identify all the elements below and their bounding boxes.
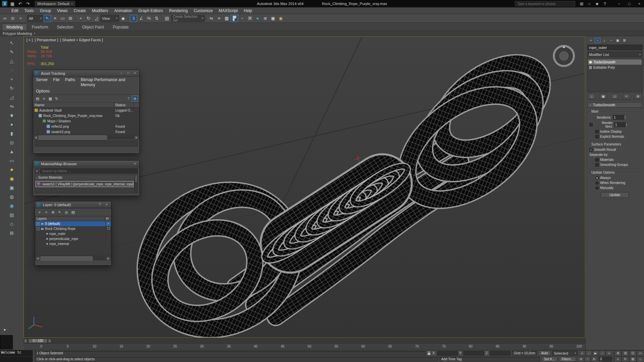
timeline-tick[interactable]: 80 [469,345,473,350]
next-frame-icon[interactable]: › [599,351,605,356]
x-coordinate-field[interactable] [437,351,458,356]
table-row[interactable]: swatch2.png Found [33,129,139,134]
timeline-tick[interactable]: 85 [496,345,499,350]
listener-input[interactable] [0,357,33,362]
maximize-toggle-icon[interactable]: ⊠ [629,356,637,362]
selection-lock-icon[interactable] [427,351,431,356]
table-view-icon[interactable]: ▤ [35,96,41,102]
move-icon[interactable]: + [77,15,85,22]
viewport-general-menu[interactable]: [ + ] [26,38,33,42]
percent-snap-icon[interactable]: % [145,15,153,22]
go-start-icon[interactable]: « [579,351,585,356]
menu-item[interactable]: Options [36,89,50,94]
light-tool-icon[interactable]: ◉ [8,175,16,183]
material-entry-swatch2[interactable]: swatch2 ( VRayMtl ) [perpendicular_rope,… [36,181,133,187]
utilities-tool-icon[interactable]: ⊠ [8,229,16,237]
hide-toggle-icon[interactable] [105,226,111,231]
modifier-stack-item-turbosmooth[interactable]: TurboSmooth [588,59,642,65]
material-browser-titlebar[interactable]: Material/Map Browser × [33,161,139,167]
timeline-tick[interactable]: 10 [93,345,96,350]
undo-icon[interactable]: ↶ [16,0,24,7]
timeline-tick[interactable]: 70 [415,345,419,350]
list-item[interactable]: + 0 (default) ✓ [35,221,111,226]
status-column-header[interactable]: Status [114,103,134,107]
list-item[interactable]: − Rock Climbing Rope [35,226,111,231]
current-layer-check-icon[interactable]: ✓ [105,221,111,226]
scale-tool-icon[interactable]: ◿ [8,93,16,101]
torus-primitive-icon[interactable]: ◎ [8,138,16,146]
hide-layer-icon[interactable]: ▤ [70,209,76,215]
table-row[interactable]: Maps / Shaders [33,118,139,124]
vertical-scrollbar[interactable] [135,175,138,193]
add-to-layer-icon[interactable]: ⊕ [50,209,56,215]
select-by-layer-icon[interactable]: ↖ [57,209,63,215]
timeline-tick[interactable]: 90 [523,345,526,350]
snaps-toggle-icon[interactable]: 3 [130,15,137,22]
helpers-tool-icon[interactable]: ◇ [8,220,16,228]
hierarchy-tab-icon[interactable]: ⌂ [601,38,607,43]
polygon-tool-icon[interactable]: △ [8,57,16,65]
timeline-tick[interactable]: 45 [281,345,284,350]
prev-frame-icon[interactable]: ‹ [586,351,592,356]
timeline-tick[interactable]: 25 [173,345,177,350]
reference-coordinate-dropdown[interactable]: View ▾ [100,15,119,22]
list-view-icon[interactable]: ≡ [41,96,47,102]
spinner-arrows[interactable]: ▲▼ [626,123,629,127]
collapse-icon[interactable]: − [37,227,40,230]
add-time-tag[interactable]: Add Time Tag [439,357,540,361]
max-icon[interactable]: □ [627,1,632,6]
timeline-tick[interactable]: 60 [361,345,365,350]
close-icon[interactable]: × [132,162,137,166]
app-logo-icon[interactable]: 3 [2,1,7,6]
time-slider-handle[interactable]: 0 / 100 [28,339,48,343]
zoom-all-icon[interactable]: ⊞ [622,350,629,356]
table-row[interactable]: Rock_Climbing_Rope_Purple_vray.max Ok [33,113,139,118]
layers-column-header[interactable]: Layers [37,217,47,221]
min-icon[interactable]: − [616,1,622,6]
isoline-display-checkbox[interactable] [595,130,599,133]
modify-tab-icon[interactable]: ≈ [595,38,600,43]
render-setup-icon[interactable]: ⊛ [262,15,269,22]
help-icon[interactable]: ? [601,0,608,7]
close-icon[interactable]: × [132,71,137,75]
name-column-header[interactable]: Name [33,103,114,107]
ribbon-tab[interactable]: Populate [109,24,132,31]
timeline-tick[interactable]: 65 [388,345,392,350]
paint-deform-icon[interactable]: ✎ [8,48,16,56]
mirror-icon[interactable]: ⇋ [208,15,215,22]
scrollbar-thumb[interactable] [135,175,137,182]
menu-item[interactable]: File [53,77,59,87]
menu-item[interactable]: Paths [65,77,75,87]
help2-icon[interactable]: ? [125,96,131,102]
set-key-big-icon[interactable]: ● [584,357,591,362]
menu-item[interactable]: Views [54,8,70,14]
pan-icon[interactable]: + [614,356,622,362]
timeline-tick[interactable]: 55 [334,345,338,350]
timeline-tick[interactable]: 100 [576,345,582,350]
menu-item[interactable]: Customize [191,8,215,14]
maximize-icon[interactable]: □ [126,71,130,75]
scene-materials-section[interactable]: - Scene Materials [35,175,134,180]
cylinder-primitive-icon[interactable]: ▮ [8,129,16,137]
next-frame-arrow-icon[interactable]: ▸ [48,339,52,343]
timeline-tick[interactable]: 0 [40,345,43,350]
menu-item[interactable]: Graph Editors [136,8,166,14]
align-icon[interactable]: ≡ [215,15,223,22]
render-production-icon[interactable]: ◉ [277,15,284,22]
z-coordinate-field[interactable] [490,351,511,356]
listener-output[interactable]: Welcome tc [0,350,33,357]
hide-column-header[interactable]: H [104,217,110,221]
timeline-tick[interactable]: 15 [119,345,123,350]
timeline-tick[interactable]: 95 [549,345,553,350]
help-search-input[interactable] [515,1,575,6]
save-icon[interactable]: ▦ [9,0,16,7]
modifier-list-dropdown[interactable]: Modifier List ▾ [587,52,642,57]
menu-item[interactable]: Server [36,77,48,87]
unlink-selection-icon[interactable]: ⊘ [9,15,16,22]
curve-editor-icon[interactable]: ~ [238,15,246,22]
iterations-field[interactable] [613,115,624,120]
viewport-pov-menu[interactable]: [ Perspective ] [35,38,58,42]
auto-key-button[interactable]: Auto [538,351,551,356]
scroll-right-icon[interactable]: ▸ [134,135,139,139]
pin-stack-icon[interactable]: ⊥ [588,94,595,99]
